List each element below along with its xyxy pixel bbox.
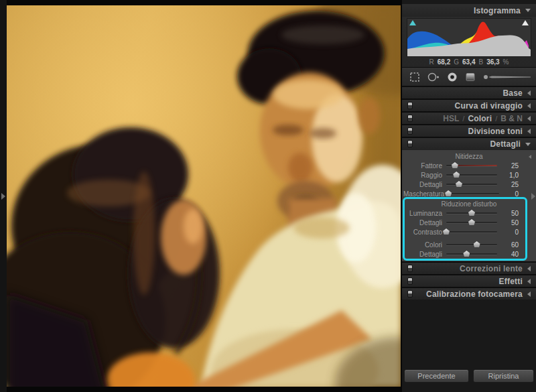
panel-label-hsl[interactable]: HSL [443,114,459,123]
panel-toggle-switch[interactable] [407,290,413,298]
red-eye-tool-icon[interactable] [446,70,458,84]
panel-header-effects[interactable]: Effetti [402,275,536,287]
panel-label-colori[interactable]: Colori [468,114,492,123]
slider-label: Dettagli [403,219,446,226]
slider-track[interactable] [446,174,497,176]
histogram-header[interactable]: Istogramma [402,4,536,17]
panel-footer: Precedente Ripristina [402,300,536,392]
panel-label-effects: Effetti [499,277,523,286]
panel-toggle-switch[interactable] [407,102,413,109]
slider-track[interactable] [448,193,499,194]
panel-label-base: Base [503,88,523,98]
slider-luminanza: Luminanza 50 [402,208,536,218]
slider-value: 0 [497,228,536,236]
histogram-display[interactable] [407,18,531,57]
slider-value: 0 [499,190,536,198]
panel-toggle-switch[interactable] [407,115,413,122]
adjustment-brush-tool-icon[interactable] [482,70,533,84]
slider-thumb[interactable] [453,172,460,178]
slider-track[interactable] [446,231,497,233]
slider-label: Raggio [403,172,446,179]
slider-label: Colori [403,241,446,249]
slider-value: 50 [497,210,536,217]
lightroom-develop-view: Istogramma R [0,0,536,392]
chevron-left-icon [527,266,531,271]
slider-dettagli-colori: Dettagli 40 [402,249,536,259]
panel-header-hsl[interactable]: HSL / Colori / B & N [402,113,536,124]
panel-toggle-switch[interactable] [407,265,413,272]
panel-toggle-switch[interactable] [407,277,413,285]
panel-header-lens-corrections[interactable]: Correzioni lente [402,263,536,274]
slider-label: Mascheratura [403,190,448,198]
panel-header-tone-curve[interactable]: Curva di viraggio [402,100,536,111]
shadow-clipping-indicator-icon[interactable] [409,20,416,25]
slider-dettagli-luminanza: Dettagli 50 [402,218,536,227]
chevron-left-icon [527,116,531,121]
slider-value: 25 [497,162,536,170]
slider-mascheratura: Mascheratura 0 [402,189,536,198]
slider-contrasto: Contrasto 0 [402,227,536,237]
chevron-left-icon [527,103,531,109]
panel-header-base[interactable]: Base [402,87,536,99]
hsl-separator: / [495,115,497,123]
slider-thumb[interactable] [474,241,480,247]
slider-track[interactable] [446,222,497,223]
panel-label-split-toning: Divisione toni [468,127,523,136]
g-label: G [454,58,459,66]
slider-value: 1,0 [497,172,536,179]
chevron-down-icon [525,143,531,146]
slider-track-highlight [455,165,497,166]
slider-thumb[interactable] [452,162,458,168]
histogram-title: Istogramma [474,6,521,15]
photo-preview[interactable] [7,5,401,387]
panel-label-bn[interactable]: B & N [500,114,523,123]
noise-reduction-section-title: Riduzione disturbo [402,200,536,208]
g-value: 63,4 [462,58,475,66]
slider-value: 25 [497,181,536,188]
b-label: B [478,58,483,66]
slider-thumb[interactable] [463,251,470,257]
r-label: R [429,58,434,66]
panel-header-split-toning[interactable]: Divisione toni [402,125,536,137]
preview-collapse-icon[interactable] [529,155,531,159]
slider-thumb[interactable] [456,181,462,187]
graduated-filter-tool-icon[interactable] [464,70,476,84]
slider-label: Dettagli [403,251,446,258]
detail-panel-body: Nitidezza Fattore 25 Raggio 1,0 Dettagli [402,150,536,261]
percent-label: % [503,58,509,66]
slider-label: Fattore [403,162,446,170]
panel-header-detail[interactable]: Dettagli [402,138,536,150]
slider-track[interactable] [446,253,497,255]
collapse-right-panel-icon[interactable] [531,193,535,200]
slider-thumb[interactable] [468,210,475,216]
slider-thumb[interactable] [468,219,475,225]
slider-track[interactable] [446,244,497,245]
panel-toggle-switch[interactable] [407,127,413,135]
slider-fattore: Fattore 25 [402,161,536,170]
photo-image [7,5,401,387]
slider-label: Contrasto [403,228,446,236]
slider-track[interactable] [446,165,497,166]
chevron-left-icon [527,291,531,297]
chevron-left-icon [527,279,531,284]
slider-raggio: Raggio 1,0 [402,170,536,180]
spot-removal-tool-icon[interactable] [427,70,440,84]
expand-left-panel-icon[interactable] [1,193,5,200]
slider-track[interactable] [446,212,497,214]
chevron-down-icon [525,9,531,12]
previous-button[interactable]: Precedente [404,369,469,383]
crop-tool-icon[interactable] [409,70,421,84]
highlight-clipping-indicator-icon[interactable] [522,20,529,25]
r-value: 68,2 [438,58,450,66]
panel-toggle-switch[interactable] [407,140,413,147]
slider-label: Luminanza [403,210,446,217]
chevron-left-icon [527,129,531,134]
tool-strip [402,68,536,86]
b-value: 36,3 [486,58,499,66]
slider-value: 60 [497,241,536,249]
reset-button[interactable]: Ripristina [473,369,534,383]
slider-track[interactable] [446,184,497,185]
panel-label-detail: Dettagli [490,139,521,149]
panel-label-lens-corrections: Correzioni lente [460,264,523,273]
panel-header-camera-calibration[interactable]: Calibrazione fotocamera [402,288,536,300]
